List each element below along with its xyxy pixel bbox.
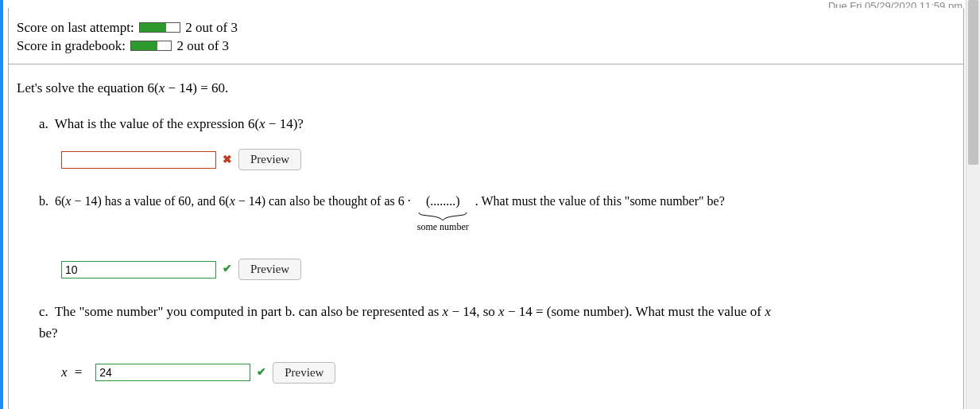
part-a-eq-pre: 6( xyxy=(248,116,259,131)
part-c-e3-var: x xyxy=(765,304,771,319)
part-b-t4: can also be thought of as 6 · xyxy=(265,194,414,208)
part-c-t1: The "some number" you computed in part b… xyxy=(55,304,443,319)
part-b-t2: has a value of 60, and xyxy=(102,194,219,208)
part-a-eq-var: x xyxy=(259,116,265,131)
prompt-eq-mid: − 14) = 60 xyxy=(165,80,225,95)
score-block: Score on last attempt: 2 out of 3 Score … xyxy=(9,8,963,64)
part-b-answer-row: ✔ Preview xyxy=(61,259,954,280)
score-gradebook-label: Score in gradebook: xyxy=(17,38,126,53)
incorrect-icon: ✖ xyxy=(223,151,232,169)
part-c-e1-var: x xyxy=(443,304,449,319)
prompt-lead: Let's solve the equation xyxy=(17,80,148,95)
part-c-t2: , so xyxy=(476,304,498,319)
equals-sign: = xyxy=(74,364,83,380)
part-c-e1-post: − 14 xyxy=(448,304,476,319)
part-b-eq2-pre: 6( xyxy=(219,194,229,208)
part-c-t4: be? xyxy=(39,325,58,341)
part-b: b. 6(x − 14) has a value of 60, and 6(x … xyxy=(39,191,954,235)
part-a-input[interactable] xyxy=(61,151,216,169)
part-c: c. The "some number" you computed in par… xyxy=(39,301,954,384)
part-c-e2-var: x xyxy=(498,304,505,319)
preview-button[interactable]: Preview xyxy=(238,149,301,170)
left-edge-marker xyxy=(0,0,3,409)
dots: ........ xyxy=(430,194,455,208)
part-b-eq2-var: x xyxy=(230,194,235,208)
vertical-scrollbar[interactable] xyxy=(966,0,980,409)
score-bar-fill xyxy=(140,23,166,32)
part-c-input[interactable] xyxy=(95,364,250,381)
preview-button[interactable]: Preview xyxy=(273,362,335,384)
score-bar-icon xyxy=(139,22,180,33)
part-b-input[interactable] xyxy=(61,261,216,279)
part-a-text: What is the value of the expression xyxy=(55,116,248,131)
prompt-eq-pre: 6( xyxy=(148,80,159,95)
some-number-brace: (........) some number xyxy=(417,191,469,235)
question-body: Let's solve the equation 6(x − 14) = 60.… xyxy=(9,64,963,409)
x-equals-label: x = xyxy=(61,361,83,383)
score-gradebook-row: Score in gradebook: 2 out of 3 xyxy=(17,37,954,56)
score-last-attempt-label: Score on last attempt: xyxy=(17,20,134,35)
part-a: a. What is the value of the expression 6… xyxy=(39,113,954,170)
x-var: x xyxy=(61,364,68,380)
part-b-letter: b. xyxy=(39,194,48,208)
score-gradebook-value: 2 out of 3 xyxy=(176,38,229,53)
question-card: Score on last attempt: 2 out of 3 Score … xyxy=(8,8,964,409)
question-prompt: Let's solve the equation 6(x − 14) = 60. xyxy=(17,77,954,99)
correct-icon: ✔ xyxy=(257,364,266,381)
score-bar-fill xyxy=(131,41,157,50)
part-c-e2-post: − 14 = (some number) xyxy=(505,304,629,319)
scrollbar-thumb[interactable] xyxy=(968,0,978,165)
brace-label: some number xyxy=(417,220,469,235)
prompt-tail: . xyxy=(225,80,228,95)
part-c-answer-row: x = ✔ Preview xyxy=(61,361,954,383)
correct-icon: ✔ xyxy=(223,260,232,278)
due-date-text: Due Fri 05/29/2020 11:59 pm xyxy=(0,0,980,8)
part-b-eq2-post: − 14) xyxy=(235,194,265,208)
score-last-attempt-value: 2 out of 3 xyxy=(185,20,238,35)
part-c-letter: c. xyxy=(39,304,48,319)
part-c-t3: . What must the value of xyxy=(629,304,765,319)
preview-button[interactable]: Preview xyxy=(238,259,301,280)
page: Due Fri 05/29/2020 11:59 pm Score on las… xyxy=(0,0,980,409)
part-a-answer-row: ✖ Preview xyxy=(61,149,954,170)
score-bar-icon xyxy=(130,41,172,51)
score-last-attempt-row: Score on last attempt: 2 out of 3 xyxy=(17,19,954,37)
part-b-t5: . What must the value of this "some numb… xyxy=(472,194,725,208)
part-a-letter: a. xyxy=(39,116,48,131)
part-a-eq-post: − 14)? xyxy=(265,116,304,131)
part-b-eq1-pre: 6( xyxy=(55,194,65,208)
paren-close: ) xyxy=(455,194,459,208)
part-b-eq1-post: − 14) xyxy=(71,194,101,208)
